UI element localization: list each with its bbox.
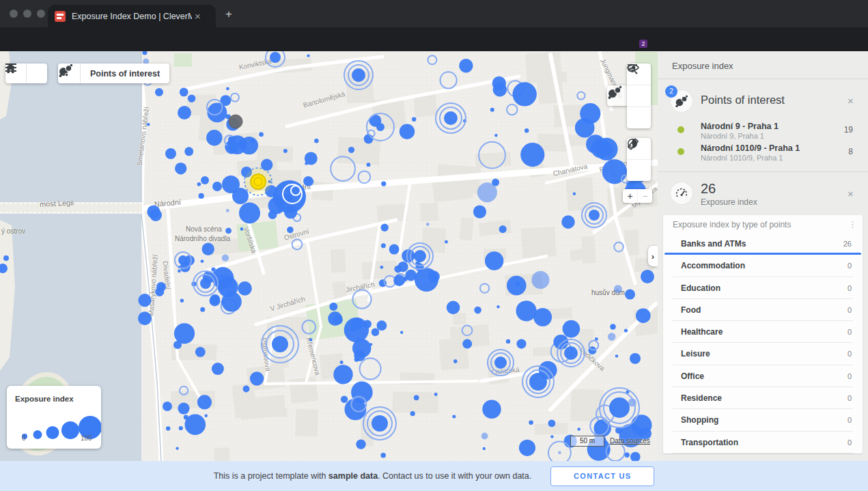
poi-bubble[interactable]: [414, 250, 426, 262]
poi-bubble[interactable]: [165, 148, 176, 159]
poi-bubble[interactable]: [479, 142, 505, 169]
poi-bubble[interactable]: [494, 134, 497, 137]
breakdown-row[interactable]: Education0: [663, 277, 863, 299]
sidebar-expand-handle[interactable]: ›: [648, 246, 658, 266]
poi-bubble[interactable]: [609, 397, 630, 418]
poi-bubble[interactable]: [138, 311, 152, 325]
poi-bubble[interactable]: [600, 143, 614, 156]
poi-bubble[interactable]: [250, 371, 264, 385]
poi-bubble[interactable]: [239, 202, 260, 223]
poi-bubble[interactable]: [490, 108, 494, 112]
zoom-in-button[interactable]: +: [623, 189, 637, 203]
breakdown-row[interactable]: Food0: [663, 299, 863, 321]
poi-bubble[interactable]: [251, 139, 255, 143]
poi-bubble[interactable]: [307, 54, 309, 57]
poi-bubble[interactable]: [345, 399, 367, 421]
poi-bubble[interactable]: [197, 182, 201, 186]
poi-bubble[interactable]: [180, 88, 188, 97]
poi-bubble[interactable]: [0, 264, 8, 273]
poi-bubble[interactable]: [520, 143, 544, 167]
poi-bubble[interactable]: [251, 174, 266, 189]
poi-bubble[interactable]: [178, 403, 189, 415]
poi-bubble[interactable]: [341, 396, 348, 403]
poi-bubble[interactable]: [222, 254, 229, 261]
map-measure-button[interactable]: [627, 160, 651, 181]
poi-bubble[interactable]: [531, 271, 549, 289]
poi-bubble[interactable]: [175, 163, 186, 174]
poi-bubble[interactable]: [226, 87, 229, 90]
poi-bubble[interactable]: [381, 181, 386, 186]
poi-bubble[interactable]: [309, 338, 313, 341]
poi-bubble[interactable]: [393, 275, 405, 286]
breakdown-row[interactable]: Residence0: [663, 387, 863, 409]
poi-bubble[interactable]: [287, 227, 294, 234]
poi-bubble[interactable]: [610, 324, 616, 330]
poi-bubble[interactable]: [206, 130, 222, 145]
poi-bubble[interactable]: [614, 285, 622, 293]
poi-bubble[interactable]: [283, 149, 288, 153]
poi-bubble[interactable]: [201, 259, 204, 263]
poi-bubble[interactable]: [292, 240, 303, 250]
poi-bubble[interactable]: [229, 115, 242, 128]
poi-bubble[interactable]: [200, 278, 211, 289]
poi-bubble[interactable]: [199, 193, 204, 199]
poi-bubble[interactable]: [389, 244, 400, 255]
poi-bubble[interactable]: [513, 82, 537, 106]
poi-bubble[interactable]: [426, 223, 430, 226]
browser-tab[interactable]: Exposure Index Demo | CleverM ×: [48, 5, 216, 27]
poi-bubble[interactable]: [179, 426, 183, 430]
data-sources-link[interactable]: Data sources: [610, 437, 650, 445]
poi-bubble[interactable]: [211, 268, 215, 272]
poi-bubble[interactable]: [481, 433, 488, 440]
poi-bubble[interactable]: [624, 329, 628, 333]
poi-bubble[interactable]: [548, 420, 556, 427]
poi-layer-chip[interactable]: Points of interest: [58, 64, 169, 83]
breakdown-row[interactable]: Healthcare0: [663, 321, 863, 343]
poi-bubble[interactable]: [447, 301, 460, 315]
poi-bubble[interactable]: [178, 106, 191, 120]
poi-bubble[interactable]: [414, 395, 419, 400]
breakdown-row[interactable]: Transportation0: [663, 432, 863, 453]
poi-bubble[interactable]: [303, 320, 316, 334]
poi-bubble[interactable]: [558, 451, 561, 455]
poi-bubble[interactable]: [577, 427, 580, 431]
poi-bubble[interactable]: [143, 51, 148, 55]
poi-bubble[interactable]: [519, 440, 535, 456]
poi-bubble[interactable]: [212, 363, 224, 375]
index-section-close-icon[interactable]: ×: [848, 188, 854, 199]
map-visibility-button[interactable]: [627, 107, 651, 128]
poi-bubble[interactable]: [212, 182, 222, 191]
poi-bubble[interactable]: [641, 270, 654, 283]
poi-bubble[interactable]: [329, 303, 337, 311]
poi-bubble[interactable]: [228, 135, 247, 154]
poi-bubble[interactable]: [240, 227, 244, 231]
poi-bubble[interactable]: [197, 395, 212, 409]
poi-bubble[interactable]: [482, 400, 501, 419]
poi-bubble[interactable]: [485, 251, 503, 270]
window-close-button[interactable]: [10, 10, 18, 18]
poi-bubble[interactable]: [147, 123, 150, 126]
poi-bubble[interactable]: [459, 59, 473, 72]
poi-bubble[interactable]: [360, 359, 381, 380]
poi-bubble[interactable]: [225, 228, 232, 234]
new-tab-button[interactable]: +: [225, 8, 232, 20]
poi-bubble[interactable]: [238, 281, 252, 296]
contact-us-button[interactable]: CONTACT US: [550, 466, 654, 486]
poi-bubble[interactable]: [184, 147, 193, 156]
breakdown-row[interactable]: Shopping0: [663, 409, 863, 431]
poi-bubble[interactable]: [303, 176, 313, 186]
poi-bubble[interactable]: [163, 402, 172, 411]
poi-bubble[interactable]: [376, 123, 384, 131]
poi-bubble[interactable]: [200, 307, 205, 312]
poi-bubble[interactable]: [625, 453, 630, 458]
poi-bubble[interactable]: [3, 255, 9, 261]
poi-bubble[interactable]: [348, 147, 354, 153]
poi-section-close-icon[interactable]: ×: [848, 95, 854, 107]
poi-bubble[interactable]: [178, 255, 188, 265]
poi-bubble[interactable]: [577, 92, 585, 100]
poi-bubble[interactable]: [595, 337, 598, 341]
poi-bubble[interactable]: [188, 95, 195, 102]
poi-bubble[interactable]: [243, 386, 250, 393]
poi-bubble[interactable]: [499, 225, 507, 233]
poi-bubble[interactable]: [428, 271, 440, 283]
